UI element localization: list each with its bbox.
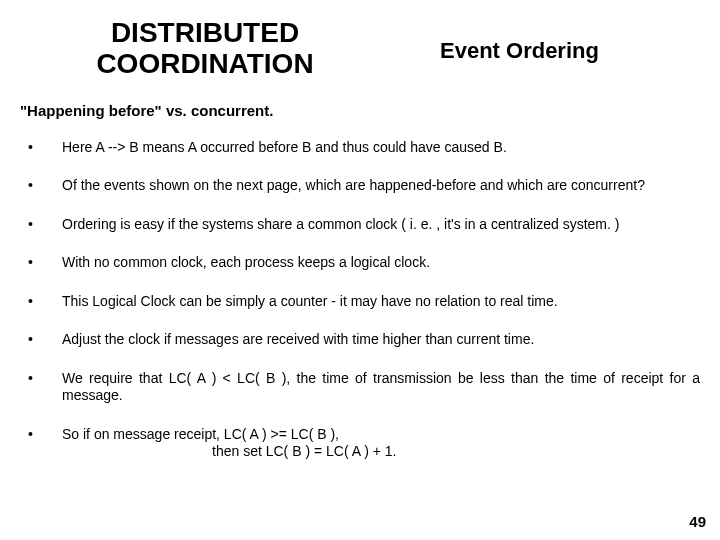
list-item: Of the events shown on the next page, wh… <box>20 177 700 195</box>
list-item: Adjust the clock if messages are receive… <box>20 331 700 349</box>
bullet-list: Here A --> B means A occurred before B a… <box>20 139 700 461</box>
title-left-line1: DISTRIBUTED <box>111 17 299 48</box>
page-number: 49 <box>689 513 706 530</box>
list-item: We require that LC( A ) < LC( B ), the t… <box>20 370 700 405</box>
list-item: With no common clock, each process keeps… <box>20 254 700 272</box>
list-item: So if on message receipt, LC( A ) >= LC(… <box>20 426 700 461</box>
subheading: "Happening before" vs. concurrent. <box>20 102 700 119</box>
title-right: Event Ordering <box>440 38 599 64</box>
list-item: Here A --> B means A occurred before B a… <box>20 139 700 157</box>
list-item: This Logical Clock can be simply a count… <box>20 293 700 311</box>
slide: DISTRIBUTED COORDINATION Event Ordering … <box>0 0 720 540</box>
title-left-line2: COORDINATION <box>96 48 313 79</box>
header: DISTRIBUTED COORDINATION Event Ordering <box>20 18 700 80</box>
title-left: DISTRIBUTED COORDINATION <box>50 18 360 80</box>
list-item-line1: So if on message receipt, LC( A ) >= LC(… <box>62 426 339 442</box>
list-item-line2: then set LC( B ) = LC( A ) + 1. <box>62 443 700 461</box>
list-item: Ordering is easy if the systems share a … <box>20 216 700 234</box>
